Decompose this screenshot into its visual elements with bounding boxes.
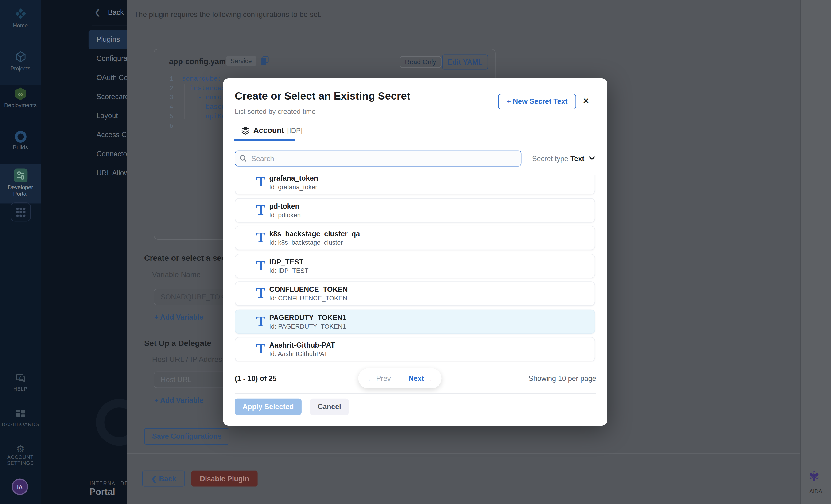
apply-selected-button[interactable]: Apply Selected	[235, 398, 302, 415]
disable-plugin-button[interactable]: Disable Plugin	[192, 471, 258, 486]
secret-type-value[interactable]: Text	[570, 155, 584, 163]
active-tab-indicator	[234, 139, 295, 141]
tab-label: Account	[253, 126, 284, 135]
sidenav-item-connectors[interactable]: Connectors	[89, 145, 126, 164]
secret-row[interactable]: T pd-token Id: pdtoken	[235, 198, 595, 223]
text-secret-icon: T	[256, 175, 266, 189]
sidebar-item-help[interactable]: ? HELP	[0, 374, 41, 392]
tab-scope: [IDP]	[287, 126, 303, 134]
deployments-icon: ∞	[14, 87, 27, 100]
sidenav-back-button[interactable]: ❮ Back	[94, 8, 124, 17]
secret-row[interactable]: T Aashrit-Github-PAT Id: AashritGithubPA…	[235, 337, 595, 361]
brand-line1: INTERNAL DEVELOPER	[89, 480, 126, 486]
variable-name-label: Variable Name	[152, 270, 201, 279]
line-number: 6	[166, 122, 173, 131]
secret-id: Id: grafana_token	[269, 183, 319, 191]
secret-row[interactable]: T grafana_token Id: grafana_token	[235, 175, 595, 195]
developer-portal-icon	[13, 169, 27, 182]
search-input[interactable]	[250, 154, 517, 163]
user-avatar[interactable]: IA	[12, 479, 28, 495]
tab-account-idp[interactable]: Account [IDP]	[241, 126, 303, 135]
footer-divider	[126, 453, 800, 453]
sidenav-item-scorecards[interactable]: Scorecards	[89, 87, 126, 107]
copy-icon[interactable]	[260, 56, 269, 66]
secret-id: Id: k8s_backstage_cluster	[269, 239, 343, 246]
text-secret-icon: T	[256, 342, 266, 356]
plugin-config-intro-text: The plugin requires the following config…	[134, 10, 322, 19]
secret-row[interactable]: T IDP_TEST Id: IDP_TEST	[235, 254, 595, 278]
sidebar-item-dashboards[interactable]: DASHBOARDS	[0, 409, 41, 427]
secret-row[interactable]: T PAGERDUTY_TOKEN1 Id: PAGERDUTY_TOKEN1	[235, 309, 595, 334]
sidebar-item-builds[interactable]: Builds	[0, 131, 41, 150]
secret-section-heading: Create or select a secret	[144, 254, 236, 262]
read-only-badge: Read Only	[400, 56, 441, 68]
svg-text:?: ?	[19, 375, 21, 379]
line-number: 1	[166, 75, 173, 84]
sidebar-item-account-settings[interactable]: ⚙ ACCOUNT SETTINGS	[0, 444, 41, 466]
next-page-button[interactable]: Next →	[400, 368, 441, 388]
sidenav-item-plugins[interactable]: Plugins	[89, 30, 126, 49]
right-edge-panel	[800, 0, 831, 504]
sidebar-item-label: DASHBOARDS	[0, 421, 41, 427]
app-screen: Home Projects ∞ Deployments Builds	[0, 0, 831, 504]
sidebar-item-home[interactable]: Home	[0, 8, 41, 29]
secret-row[interactable]: T CONFLUENCE_TOKEN Id: CONFLUENCE_TOKEN	[235, 281, 595, 306]
sidebar-item-developer-portal[interactable]: Developer Portal	[0, 164, 41, 203]
code-line: instances	[182, 84, 226, 93]
secret-name: PAGERDUTY_TOKEN1	[269, 314, 346, 322]
edit-yaml-button[interactable]: Edit YAML	[442, 55, 488, 69]
logo-watermark	[96, 399, 126, 446]
yaml-editor[interactable]: 1sonarqube: 2 instances 3 - name 4 baseU…	[166, 75, 226, 131]
aida-icon[interactable]: ✾	[809, 469, 819, 484]
back-label: Back	[108, 8, 124, 17]
indent-guide	[184, 84, 185, 119]
per-page-label: Showing 10 per page	[446, 375, 596, 383]
modal-footer-divider	[235, 393, 596, 394]
prev-page-button[interactable]: ← Prev	[358, 368, 400, 388]
secret-id: Id: pdtoken	[269, 211, 300, 219]
save-configurations-button[interactable]: Save Configurations	[144, 428, 230, 445]
code-line: - name	[182, 93, 222, 103]
sidenav-items: Plugins Configurations OAuth Configurati…	[89, 30, 126, 183]
sidenav-item-layout[interactable]: Layout	[89, 107, 126, 126]
secret-id: Id: IDP_TEST	[269, 267, 308, 274]
chevron-down-icon[interactable]	[589, 156, 595, 160]
code-line: baseU	[182, 103, 226, 112]
pagination-range: (1 - 10) of 25	[235, 375, 277, 383]
sidebar-item-deployments[interactable]: ∞ Deployments	[0, 87, 41, 108]
portal-label-line1: Developer	[8, 184, 33, 190]
pagination-control: ← Prev Next →	[358, 368, 441, 388]
add-variable-link[interactable]: + Add Variable	[154, 313, 204, 321]
page-back-button[interactable]: ❮ Back	[142, 471, 185, 486]
account-label-line2: SETTINGS	[0, 460, 41, 466]
apps-waffle-button[interactable]	[10, 203, 31, 221]
gear-icon: ⚙	[16, 444, 25, 454]
sidenav-divider	[92, 25, 126, 25]
text-secret-icon: T	[256, 286, 266, 300]
secret-row[interactable]: T k8s_backstage_cluster_qa Id: k8s_backs…	[235, 226, 595, 250]
sidenav-item-oauth-configurations[interactable]: OAuth Configurations	[89, 68, 126, 87]
new-secret-text-button[interactable]: + New Secret Text	[498, 94, 576, 109]
add-variable-link-2[interactable]: + Add Variable	[154, 396, 204, 405]
chevron-left-icon: ❮	[94, 8, 101, 17]
close-icon[interactable]: ✕	[582, 96, 590, 106]
module-icon-rail: Home Projects ∞ Deployments Builds	[0, 0, 41, 504]
sidebar-item-projects[interactable]: Projects	[0, 51, 41, 71]
aida-label: AIDA	[809, 488, 822, 494]
text-secret-icon: T	[256, 231, 266, 245]
text-secret-icon: T	[256, 203, 266, 217]
sidenav-item-configurations[interactable]: Configurations	[89, 49, 126, 68]
secret-name: k8s_backstage_cluster_qa	[269, 230, 360, 238]
secret-search[interactable]	[235, 151, 522, 167]
cube-icon	[15, 51, 26, 63]
sidenav-item-url-allow-list[interactable]: URL Allow List	[89, 164, 126, 183]
cancel-button[interactable]: Cancel	[310, 398, 349, 415]
code-line: apiKe	[182, 112, 226, 122]
sidebar-item-label: Home	[0, 22, 41, 29]
layers-icon	[241, 126, 250, 135]
select-secret-modal: Create or Select an Existing Secret List…	[223, 79, 607, 425]
harness-logo-icon	[15, 8, 26, 20]
sidenav-item-access-control[interactable]: Access Control	[89, 126, 126, 145]
secret-id: Id: PAGERDUTY_TOKEN1	[269, 322, 346, 330]
secret-name: grafana_token	[269, 175, 318, 182]
